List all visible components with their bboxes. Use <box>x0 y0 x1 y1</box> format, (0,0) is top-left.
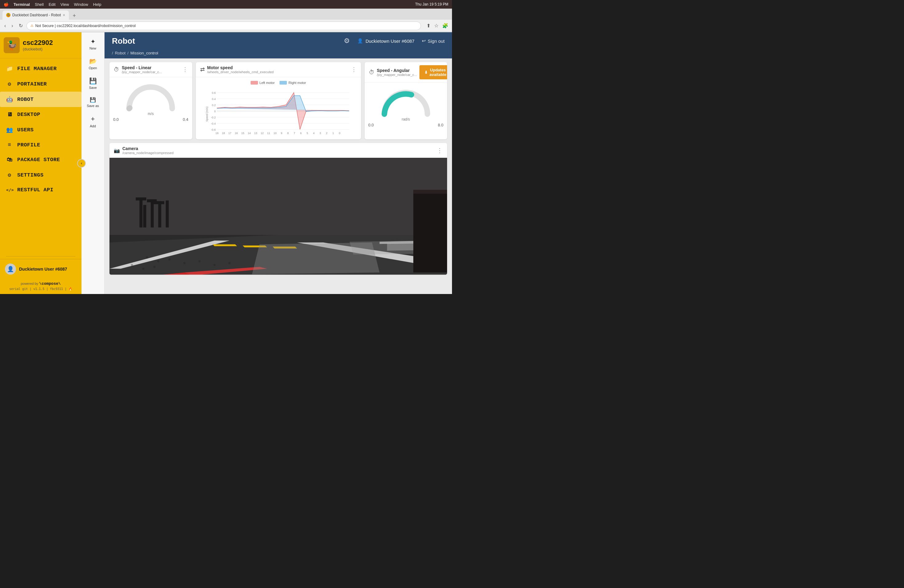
extensions-icon[interactable]: 🧩 <box>441 22 450 30</box>
sidebar-item-users[interactable]: 👥 USERS <box>0 122 82 138</box>
signout-icon: ↩ <box>422 38 426 44</box>
widgets-row-top: ⏱ Speed - Linear /joy_mapper_node/car_c.… <box>109 62 447 139</box>
svg-text:16: 16 <box>235 132 238 135</box>
help-menu[interactable]: Help <box>93 2 101 7</box>
footer-git-info: serial git | v1.1.5 | fbc9311 | 🔥 <box>5 287 77 291</box>
open-label: Open <box>89 66 97 70</box>
toolbar-save-as-button[interactable]: 💾 Save as <box>83 94 103 111</box>
chart-svg: 0.6 0.4 0.2 0 -0.2 -0.4 -0.6 Speed (m/s) <box>199 87 357 136</box>
sidebar-item-label: USERS <box>17 127 34 133</box>
file-manager-icon: 📁 <box>6 65 13 72</box>
speed-linear-gauge <box>123 81 179 112</box>
active-tab[interactable]: 🦆 Duckiebot Dashboard - Robot × <box>2 11 69 20</box>
window-menu[interactable]: Window <box>74 2 88 7</box>
browser-toolbar-actions: ⬆ ☆ 🧩 <box>425 22 450 30</box>
svg-rect-41 <box>136 198 146 201</box>
breadcrumb-robot[interactable]: Robot <box>115 51 126 55</box>
apple-menu-icon[interactable]: 🍎 <box>4 2 9 7</box>
updates-icon: ⬇ <box>424 70 428 75</box>
camera-menu-icon[interactable]: ⋮ <box>437 147 443 154</box>
security-icon: ⚠ <box>30 24 33 28</box>
browser-toolbar: ‹ › ↻ ⚠ Not Secure | csc22902.local/dash… <box>0 20 452 32</box>
sidebar-item-label: PACKAGE STORE <box>17 157 60 163</box>
address-bar[interactable]: ⚠ Not Secure | csc22902.local/dashboard/… <box>27 22 421 30</box>
svg-text:-0.2: -0.2 <box>211 116 215 119</box>
bookmark-icon[interactable]: ☆ <box>433 22 440 30</box>
svg-text:0: 0 <box>338 132 340 135</box>
back-button[interactable]: ‹ <box>2 22 8 30</box>
sidebar-item-package-store[interactable]: 🛍 PACKAGE STORE <box>0 152 82 167</box>
svg-text:15: 15 <box>241 132 244 135</box>
svg-rect-42 <box>143 205 146 227</box>
svg-text:Speed (m/s): Speed (m/s) <box>205 106 208 122</box>
speed-angular-title: Speed - Angular <box>377 68 417 73</box>
forward-button[interactable]: › <box>9 22 15 30</box>
new-icon: ✦ <box>90 38 96 45</box>
speed-linear-unit: m/s <box>113 112 188 116</box>
speed-angular-unit: rad/s <box>368 117 444 122</box>
users-icon: 👥 <box>6 126 13 133</box>
sidebar-item-profile[interactable]: ≡ PROFILE <box>0 138 82 152</box>
svg-point-67 <box>142 267 144 270</box>
share-icon[interactable]: ⬆ <box>425 22 432 30</box>
header-actions: ⚙ 👤 Duckietown User #6087 ↩ Sign out <box>344 37 445 45</box>
speed-linear-menu-icon[interactable]: ⋮ <box>182 66 188 73</box>
svg-text:0.2: 0.2 <box>212 104 215 107</box>
sidebar-item-robot[interactable]: 🤖 ROBOT <box>0 92 82 107</box>
add-label: Add <box>90 124 96 128</box>
legend-left-label: Left motor <box>259 81 275 85</box>
shell-menu[interactable]: Shell <box>35 2 44 7</box>
motor-speed-header: ⇄ Motor speed /wheels_driver_node/wheels… <box>196 62 361 77</box>
camera-feed <box>109 158 447 275</box>
speed-angular-body: rad/s 0.0 8.0 <box>365 83 447 132</box>
updates-available-button[interactable]: ⬇ Updates available <box>419 65 447 79</box>
motor-speed-subtitle: /wheels_driver_node/wheels_cmd_executed <box>207 70 349 74</box>
sidebar-item-label: DESKTOP <box>17 112 40 117</box>
reload-button[interactable]: ↻ <box>17 22 25 30</box>
breadcrumb-current: Mission_control <box>130 51 158 55</box>
sidebar-navigation: 📁 FILE MANAGER ⚙ PORTAINER 🤖 ROBOT 🖥 DES… <box>0 58 82 254</box>
robot-icon: 🤖 <box>6 96 13 103</box>
svg-point-59 <box>146 256 148 259</box>
toolbar-new-button[interactable]: ✦ New <box>83 35 103 53</box>
sidebar-collapse-button[interactable]: ‹ <box>77 159 86 168</box>
header-user-name: Duckietown User #6087 <box>366 38 414 44</box>
sidebar-item-restful-api[interactable]: </> RESTFUL API <box>0 183 82 197</box>
speed-linear-title-block: Speed - Linear /joy_mapper_node/car_c... <box>122 65 180 74</box>
speed-angular-max: 8.0 <box>438 123 443 127</box>
angular-gauge-svg <box>378 87 433 117</box>
speed-linear-title: Speed - Linear <box>122 65 180 70</box>
toolbar-save-button[interactable]: 💾 Save <box>83 74 103 93</box>
camera-widget: 📷 Camera /camera_node/image/compressed ⋮ <box>109 143 447 275</box>
svg-marker-16 <box>217 96 349 112</box>
terminal-menu[interactable]: Terminal <box>14 2 30 7</box>
camera-header: 📷 Camera /camera_node/image/compressed ⋮ <box>109 143 447 158</box>
edit-menu[interactable]: Edit <box>49 2 55 7</box>
sidebar-item-portainer[interactable]: ⚙ PORTAINER <box>0 76 82 92</box>
svg-point-66 <box>131 264 133 266</box>
svg-text:9: 9 <box>280 132 282 135</box>
svg-text:1: 1 <box>332 132 333 135</box>
tab-close-button[interactable]: × <box>63 13 65 17</box>
view-menu[interactable]: View <box>60 2 69 7</box>
save-as-icon: 💾 <box>90 97 96 103</box>
page-title: Robot <box>112 36 344 46</box>
sidebar-item-desktop[interactable]: 🖥 DESKTOP <box>0 107 82 122</box>
new-tab-button[interactable]: + <box>70 13 78 19</box>
sidebar-item-file-manager[interactable]: 📁 FILE MANAGER <box>0 61 82 76</box>
desktop-icon: 🖥 <box>6 111 13 118</box>
breadcrumb-sep2: / <box>127 51 128 55</box>
speed-angular-icon: ⏱ <box>369 69 375 76</box>
toolbar-open-button[interactable]: 📂 Open <box>83 54 103 73</box>
sidebar-user: 👤 Duckietown User #6087 <box>0 259 82 279</box>
motor-speed-menu-icon[interactable]: ⋮ <box>351 66 357 73</box>
toolbar-add-button[interactable]: + Add <box>83 112 103 131</box>
speed-linear-min: 0.0 <box>113 117 119 122</box>
mac-menubar: 🍎 Terminal Shell Edit View Window Help T… <box>0 0 452 9</box>
header-user: 👤 Duckietown User #6087 <box>357 38 414 44</box>
sidebar-item-settings[interactable]: ⚙ SETTINGS <box>0 167 82 183</box>
right-motor-color <box>280 81 287 85</box>
sign-out-button[interactable]: ↩ Sign out <box>422 38 445 44</box>
svg-point-64 <box>213 264 215 266</box>
header-settings-icon[interactable]: ⚙ <box>344 37 350 45</box>
